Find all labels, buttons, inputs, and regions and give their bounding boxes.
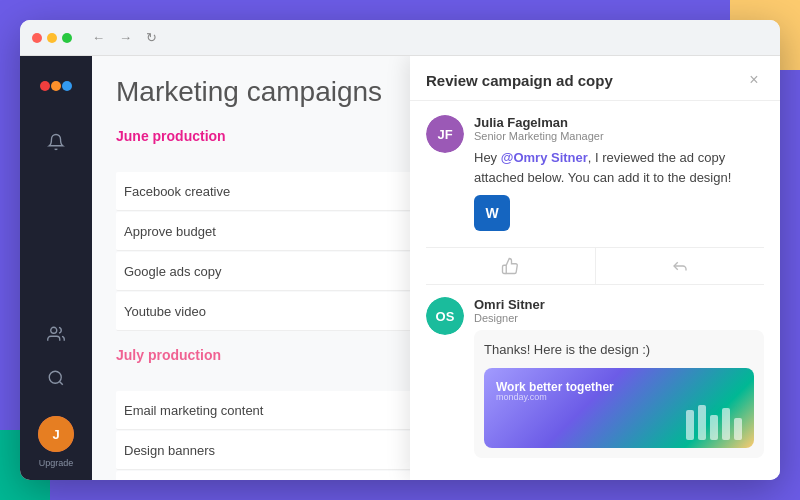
comment-text: Hey @Omry Sitner, I reviewed the ad copy… — [474, 148, 764, 187]
attachment-icon[interactable]: W — [474, 195, 510, 231]
svg-rect-8 — [710, 415, 718, 440]
mention-tag: @Omry Sitner — [501, 150, 588, 165]
svg-point-4 — [49, 371, 61, 383]
commenter-role-2: Designer — [474, 312, 764, 324]
like-button[interactable] — [426, 248, 596, 284]
comment-avatar-2: OS — [426, 297, 464, 335]
back-button[interactable]: ← — [88, 28, 109, 47]
search-icon[interactable] — [38, 360, 74, 396]
panel-header: Review campaign ad copy × — [410, 56, 780, 101]
close-dot[interactable] — [32, 33, 42, 43]
design-preview: Work better together monday.com — [484, 368, 754, 448]
maximize-dot[interactable] — [62, 33, 72, 43]
svg-rect-10 — [734, 418, 742, 440]
sidebar: J Upgrade — [20, 56, 92, 480]
comment-content-2: Omri Sitner Designer Thanks! Here is the… — [474, 297, 764, 458]
people-icon[interactable] — [38, 316, 74, 352]
comment-reply-box: Thanks! Here is the design :) Work bette… — [474, 330, 764, 458]
user-avatar[interactable]: J — [38, 416, 74, 452]
comment-block-2: OS Omri Sitner Designer Thanks! Here is … — [426, 297, 764, 458]
svg-rect-9 — [722, 408, 730, 440]
close-button[interactable]: × — [744, 70, 764, 90]
forward-button[interactable]: → — [115, 28, 136, 47]
detail-panel: Review campaign ad copy × JF Julia Fagel… — [410, 56, 780, 480]
minimize-dot[interactable] — [47, 33, 57, 43]
browser-toolbar: ← → ↻ — [20, 20, 780, 56]
svg-rect-6 — [686, 410, 694, 440]
browser-nav: ← → ↻ — [88, 28, 161, 47]
main-content: Marketing campaigns June production Pers… — [92, 56, 780, 480]
comment-actions — [426, 247, 764, 285]
refresh-button[interactable]: ↻ — [142, 28, 161, 47]
svg-point-0 — [40, 81, 50, 91]
svg-point-2 — [62, 81, 72, 91]
comment-content: Julia Fagelman Senior Marketing Manager … — [474, 115, 764, 231]
commenter-role: Senior Marketing Manager — [474, 130, 764, 142]
svg-point-3 — [51, 327, 57, 333]
commenter-name-2: Omri Sitner — [474, 297, 764, 312]
commenter-name: Julia Fagelman — [474, 115, 764, 130]
preview-logo: monday.com — [496, 392, 547, 402]
upgrade-label[interactable]: Upgrade — [39, 458, 74, 468]
app-logo[interactable] — [38, 68, 74, 104]
window-controls — [32, 33, 72, 43]
panel-body: JF Julia Fagelman Senior Marketing Manag… — [410, 101, 780, 480]
browser-content: J Upgrade Marketing campaigns June produ… — [20, 56, 780, 480]
notification-icon[interactable] — [38, 124, 74, 160]
svg-point-1 — [51, 81, 61, 91]
comment-block: JF Julia Fagelman Senior Marketing Manag… — [426, 115, 764, 231]
comment-text-2: Thanks! Here is the design :) — [484, 340, 754, 360]
svg-line-5 — [59, 381, 62, 384]
browser-window: ← → ↻ — [20, 20, 780, 480]
reply-button[interactable] — [596, 248, 765, 284]
panel-title: Review campaign ad copy — [426, 72, 613, 89]
svg-rect-7 — [698, 405, 706, 440]
comment-avatar: JF — [426, 115, 464, 153]
